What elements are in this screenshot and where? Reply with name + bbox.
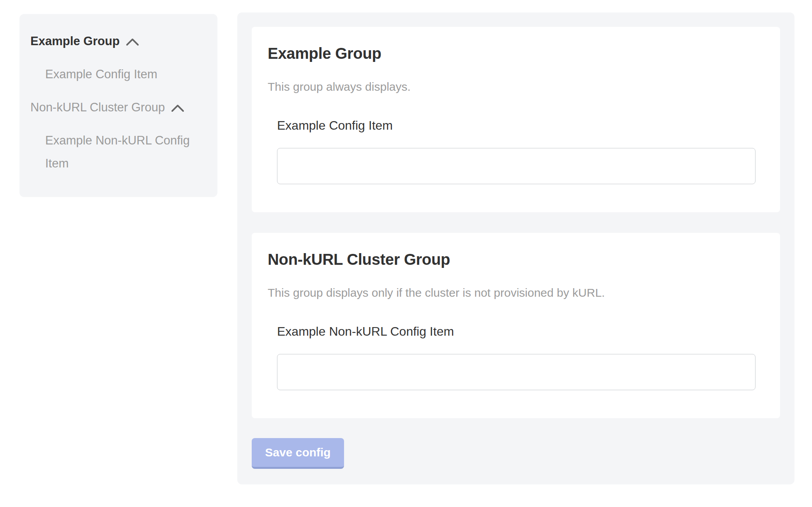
sidebar-item-example-config-item[interactable]: Example Config Item: [45, 63, 207, 86]
config-group-card-example-group: Example Group This group always displays…: [252, 27, 780, 212]
chevron-up-icon: [126, 38, 139, 46]
config-item-label: Example Non-kURL Config Item: [277, 324, 756, 339]
sidebar-group-label: Example Group: [30, 30, 120, 53]
group-title: Example Group: [268, 44, 756, 63]
sidebar-item-example-non-kurl-config-item[interactable]: Example Non-kURL Config Item: [45, 129, 207, 175]
example-non-kurl-config-item-input[interactable]: [277, 354, 756, 390]
group-description: This group displays only if the cluster …: [268, 285, 756, 300]
config-group-card-non-kurl-cluster-group: Non-kURL Cluster Group This group displa…: [252, 233, 780, 418]
config-item: Example Config Item: [277, 118, 756, 184]
config-item: Example Non-kURL Config Item: [277, 324, 756, 390]
sidebar-group-label: Non-kURL Cluster Group: [30, 96, 165, 119]
save-config-button[interactable]: Save config: [252, 438, 344, 469]
example-config-item-input[interactable]: [277, 148, 756, 184]
sidebar-group-example-group[interactable]: Example Group: [30, 30, 207, 53]
group-description: This group always displays.: [268, 79, 756, 94]
chevron-up-icon: [171, 104, 184, 112]
sidebar-group-non-kurl-cluster-group[interactable]: Non-kURL Cluster Group: [30, 96, 207, 119]
config-nav-sidebar: Example Group Example Config Item Non-kU…: [19, 14, 217, 197]
config-main-panel: Example Group This group always displays…: [237, 12, 794, 484]
config-item-label: Example Config Item: [277, 118, 756, 133]
group-title: Non-kURL Cluster Group: [268, 250, 756, 269]
